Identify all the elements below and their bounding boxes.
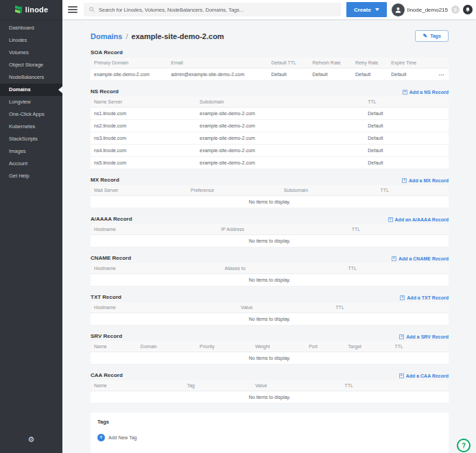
- empty-message: No items to display.: [91, 274, 449, 286]
- table-cell: example-site-demo-2.com: [196, 132, 364, 145]
- plus-box-icon: +: [400, 295, 405, 300]
- global-search[interactable]: [84, 3, 341, 16]
- sidebar-item-longview[interactable]: Longview: [0, 96, 62, 108]
- sidebar-item-dashboard[interactable]: Dashboard: [0, 22, 62, 34]
- table-cell: Default: [267, 69, 309, 81]
- sidebar-item-linodes[interactable]: Linodes: [0, 34, 62, 47]
- add-a-aaaa-record-link[interactable]: +Add an A/AAAA Record: [388, 217, 449, 222]
- pencil-icon: ✎: [423, 34, 427, 39]
- empty-message: No items to display.: [91, 352, 449, 365]
- sidebar-item-nodebalancers[interactable]: NodeBalancers: [0, 71, 62, 84]
- soa-record-table: Primary DomainEmailDefault TTLRefresh Ra…: [91, 58, 449, 81]
- search-input[interactable]: [99, 7, 336, 13]
- caa-record-table: NameTagValueTTLNo items to display.: [91, 380, 449, 404]
- section-title: A/AAAA Record: [91, 216, 132, 222]
- table-cell: Default: [364, 132, 449, 145]
- table-header-row: NameTagValueTTL: [91, 380, 449, 391]
- sidebar-item-volumes[interactable]: Volumes: [0, 47, 62, 59]
- table-header-row: Primary DomainEmailDefault TTLRefresh Ra…: [91, 58, 449, 69]
- add-new-tag-button[interactable]: + Add New Tag: [97, 434, 442, 441]
- plus-box-icon: +: [399, 334, 404, 339]
- linode-logo[interactable]: linode: [0, 0, 62, 19]
- record-section-srv-record: SRV Record+Add a SRV RecordNameDomainPri…: [91, 331, 449, 365]
- column-header: TTL: [345, 263, 449, 274]
- column-header: Mail Server: [91, 185, 187, 196]
- tags-panel: Tags + Add New Tag: [91, 413, 449, 453]
- table-cell: example-site-demo-2.com: [196, 157, 364, 169]
- sidebar-item-kubernetes[interactable]: Kubernetes: [0, 121, 62, 133]
- doc-count-badge[interactable]: 0: [451, 5, 460, 14]
- table-row: ns3.linode.comexample-site-demo-2.comDef…: [91, 132, 449, 145]
- column-header: Subdomain: [281, 185, 377, 196]
- table-cell: Default: [364, 145, 449, 157]
- column-header: Preference: [187, 185, 281, 196]
- top-header: linode Create linode_demo215 0: [0, 0, 476, 19]
- column-header: Weight: [252, 341, 305, 352]
- column-header: TTL: [364, 97, 449, 108]
- table-cell: admin@example-site-demo-2.com: [167, 69, 267, 81]
- sidebar-item-stackscripts[interactable]: StackScripts: [0, 133, 62, 145]
- notifications-button[interactable]: [463, 5, 473, 14]
- table-cell: Default: [364, 120, 449, 132]
- more-options-icon[interactable]: •••: [439, 73, 444, 77]
- table-cell: example-site-demo-2.com: [196, 145, 364, 157]
- column-header: Subdomain: [196, 97, 364, 108]
- column-header: TTL: [391, 341, 449, 352]
- sidebar-item-object-storage[interactable]: Object Storage: [0, 59, 62, 71]
- section-title: MX Record: [91, 177, 119, 183]
- table-header-row: HostnameAliases toTTL: [91, 263, 449, 274]
- table-row: example-site-demo-2.comadmin@example-sit…: [91, 69, 449, 81]
- column-header: Aliases to: [222, 263, 345, 274]
- add-caa-record-link[interactable]: +Add a CAA Record: [399, 374, 449, 378]
- section-title: SOA Record: [91, 49, 123, 56]
- record-section-soa-record: SOA RecordPrimary DomainEmailDefault TTL…: [91, 47, 449, 81]
- add-cname-record-link[interactable]: +Add a CNAME Record: [392, 256, 449, 261]
- empty-row: No items to display.: [91, 391, 449, 404]
- plus-box-icon: +: [403, 90, 407, 95]
- create-button[interactable]: Create: [346, 2, 387, 17]
- sidebar-item-get-help[interactable]: Get Help: [0, 170, 62, 182]
- help-button[interactable]: ?: [457, 439, 471, 452]
- table-cell: ns5.linode.com: [91, 157, 196, 169]
- sidebar-item-domains[interactable]: Domains: [0, 84, 62, 96]
- section-title: SRV Record: [91, 333, 122, 339]
- tags-button[interactable]: ✎ Tags: [415, 30, 449, 42]
- table-cell: Default: [388, 69, 432, 81]
- plus-box-icon: +: [388, 217, 393, 222]
- username-label[interactable]: linode_demo215: [407, 7, 448, 13]
- search-icon: [88, 6, 95, 13]
- table-cell: ns3.linode.com: [91, 132, 196, 145]
- avatar[interactable]: [392, 3, 405, 16]
- breadcrumb: Domains / example-site-demo-2.com ✎ Tags: [91, 30, 449, 42]
- column-header: Value: [252, 380, 342, 391]
- section-title: CAA Record: [91, 372, 123, 378]
- table-cell: ns1.linode.com: [91, 108, 196, 120]
- add-ns-record-link[interactable]: +Add a NS Record: [403, 90, 449, 95]
- gear-icon[interactable]: ⚙: [28, 436, 35, 443]
- menu-icon[interactable]: [68, 5, 78, 14]
- column-header: TTL: [332, 302, 449, 313]
- table-cell: example-site-demo-2.com: [196, 108, 364, 120]
- column-header: Target: [345, 341, 392, 352]
- add-txt-record-link[interactable]: +Add a TXT Record: [400, 295, 449, 300]
- sidebar-item-account[interactable]: Account: [0, 158, 62, 170]
- column-header: IP Address: [217, 224, 348, 235]
- sidebar-item-images[interactable]: Images: [0, 145, 62, 158]
- add-mx-record-link[interactable]: +Add a MX Record: [402, 178, 449, 183]
- table-cell: example-site-demo-2.com: [196, 120, 364, 132]
- table-cell: Default: [364, 108, 449, 120]
- column-header: Port: [305, 341, 344, 352]
- breadcrumb-domains-link[interactable]: Domains: [91, 32, 122, 40]
- column-header: Hostname: [91, 263, 222, 274]
- column-header: TTL: [377, 185, 449, 196]
- record-section-mx-record: MX Record+Add a MX RecordMail ServerPref…: [91, 175, 449, 208]
- section-title: TXT Record: [91, 294, 121, 300]
- linode-logo-icon: [14, 5, 23, 14]
- add-srv-record-link[interactable]: +Add a SRV Record: [399, 334, 449, 339]
- sidebar-item-one-click-apps[interactable]: One-Click Apps: [0, 108, 62, 121]
- table-cell: Default: [352, 69, 388, 81]
- plus-box-icon: +: [399, 374, 404, 378]
- empty-row: No items to display.: [91, 352, 449, 365]
- record-section-txt-record: TXT Record+Add a TXT RecordHostnameValue…: [91, 292, 449, 326]
- table-cell: Default: [364, 157, 449, 169]
